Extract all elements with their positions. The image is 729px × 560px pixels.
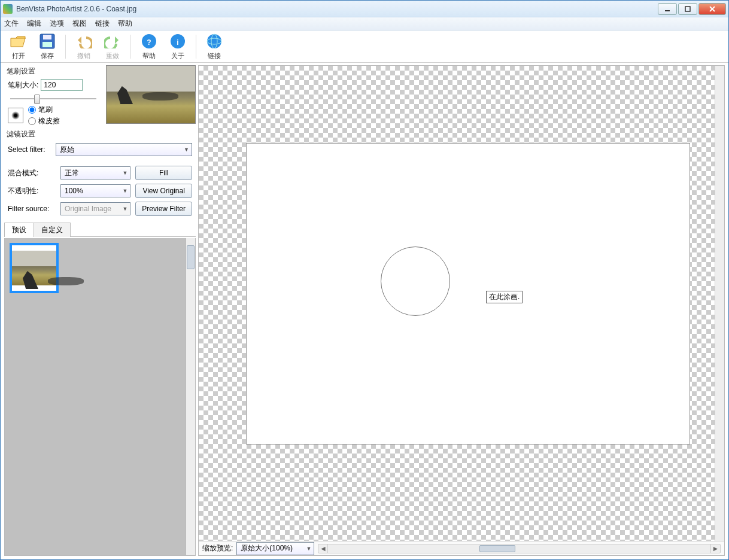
select-filter-label: Select filter: <box>8 145 52 154</box>
help-icon: ? <box>140 32 158 50</box>
canvas-hscrollbar[interactable]: ◄ ► <box>318 544 721 553</box>
filter-source-label: Filter source: <box>8 205 56 213</box>
canvas[interactable]: 在此涂画. <box>199 66 715 541</box>
menu-view[interactable]: 视图 <box>72 19 87 29</box>
close-button[interactable] <box>698 3 726 15</box>
redo-icon <box>104 32 122 50</box>
left-panel: 笔刷设置 笔刷大小: 笔刷 橡皮擦 <box>4 65 196 556</box>
filter-source-combo: Original Image▼ <box>60 202 130 215</box>
image-thumbnail <box>106 65 196 124</box>
menu-edit[interactable]: 编辑 <box>27 19 41 29</box>
brush-preview-swatch <box>8 108 23 123</box>
scroll-right-icon[interactable]: ► <box>710 544 720 553</box>
brush-tool-radio[interactable] <box>28 106 36 114</box>
open-button[interactable]: 打开 <box>5 32 32 62</box>
preset-list <box>4 238 196 556</box>
preset-tabs: 预设 自定义 <box>4 222 196 237</box>
filter-section-title: 滤镜设置 <box>4 128 196 141</box>
canvas-paper: 在此涂画. <box>247 144 689 444</box>
brush-size-slider[interactable] <box>4 92 102 104</box>
globe-icon <box>205 32 223 50</box>
preset-scrollbar[interactable] <box>186 238 195 555</box>
main-toolbar: 打开 保存 撤销 重做 ? 帮助 i 关于 链接 <box>1 31 728 63</box>
blend-mode-combo[interactable]: 正常▼ <box>60 166 130 179</box>
about-button[interactable]: i 关于 <box>165 32 191 62</box>
eraser-tool-radio[interactable] <box>28 117 36 125</box>
minimize-button[interactable] <box>658 3 677 15</box>
menu-help[interactable]: 帮助 <box>118 19 132 29</box>
scroll-left-icon[interactable]: ◄ <box>318 544 328 553</box>
folder-open-icon <box>10 32 28 50</box>
zoom-combo[interactable]: 原始大小(100%)▼ <box>236 542 314 555</box>
svg-rect-1 <box>685 7 690 11</box>
svg-point-11 <box>207 34 221 48</box>
undo-button[interactable]: 撤销 <box>71 32 97 62</box>
blend-mode-label: 混合模式: <box>8 168 56 178</box>
opacity-combo[interactable]: 100%▼ <box>60 184 130 197</box>
select-filter-combo[interactable]: 原始▼ <box>56 143 192 156</box>
tab-preset[interactable]: 预设 <box>4 223 34 237</box>
menu-options[interactable]: 选项 <box>50 19 64 29</box>
svg-text:?: ? <box>147 38 151 47</box>
zoom-label: 缩放预览: <box>202 543 233 553</box>
tab-custom[interactable]: 自定义 <box>34 223 71 237</box>
brush-size-input[interactable] <box>41 79 83 91</box>
maximize-button[interactable] <box>678 3 697 15</box>
canvas-panel: 在此涂画. 缩放预览: 原始大小(100%)▼ ◄ ► <box>198 65 725 556</box>
app-window: BenVista PhotoArtist 2.0.6 - Coast.jpg 文… <box>0 0 729 560</box>
info-icon: i <box>169 32 187 50</box>
opacity-label: 不透明性: <box>8 186 56 196</box>
help-button[interactable]: ? 帮助 <box>136 32 162 62</box>
menu-link[interactable]: 链接 <box>95 19 110 29</box>
fill-button[interactable]: Fill <box>135 166 192 180</box>
redo-button[interactable]: 重做 <box>99 32 126 62</box>
preview-filter-button[interactable]: Preview Filter <box>135 202 192 216</box>
canvas-vscrollbar[interactable] <box>715 66 724 541</box>
app-icon <box>3 4 13 14</box>
brush-cursor-icon <box>381 246 450 316</box>
brush-size-label: 笔刷大小: <box>8 80 38 90</box>
save-icon <box>38 32 56 50</box>
svg-rect-5 <box>43 35 51 39</box>
menu-file[interactable]: 文件 <box>4 19 19 29</box>
canvas-tooltip: 在此涂画. <box>486 291 523 303</box>
menu-bar: 文件 编辑 选项 视图 链接 帮助 <box>1 17 728 31</box>
svg-text:i: i <box>177 38 178 47</box>
title-bar: BenVista PhotoArtist 2.0.6 - Coast.jpg <box>1 1 728 17</box>
preset-item[interactable] <box>10 243 59 293</box>
window-title: BenVista PhotoArtist 2.0.6 - Coast.jpg <box>16 5 136 13</box>
undo-icon <box>75 32 93 50</box>
brush-section-title: 笔刷设置 <box>4 65 102 78</box>
save-button[interactable]: 保存 <box>34 32 60 62</box>
view-original-button[interactable]: View Original <box>135 184 192 198</box>
link-button[interactable]: 链接 <box>201 32 227 62</box>
svg-rect-6 <box>42 42 52 47</box>
